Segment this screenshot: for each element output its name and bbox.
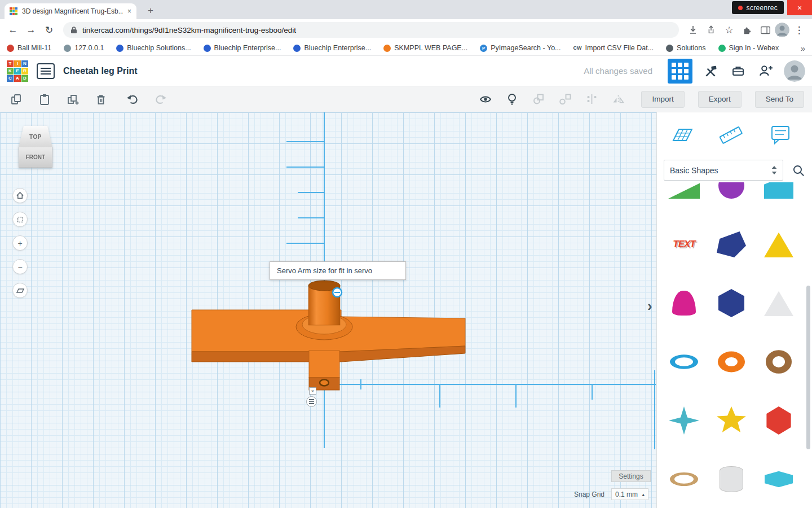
bookmark-item[interactable]: 127.0.0.1 <box>64 44 104 52</box>
new-tab-button[interactable]: + <box>143 3 158 18</box>
view-grid-button[interactable] <box>668 59 692 84</box>
shape-half-wedge[interactable] <box>755 182 802 204</box>
ruler-tick <box>592 384 593 400</box>
shape-thumb-hex-prism <box>718 289 744 317</box>
extensions-puzzle-icon[interactable] <box>739 21 756 38</box>
tinkercad-header: TINKERCAD Cheetah leg Print All changes … <box>0 56 812 86</box>
logo-tile: T <box>7 60 14 67</box>
install-icon[interactable] <box>685 21 701 38</box>
settings-button[interactable]: Settings <box>611 470 651 482</box>
view-cube-front-face[interactable]: FRONT <box>19 147 52 168</box>
view-cube[interactable]: TOP FRONT <box>19 126 52 168</box>
invite-user-icon[interactable] <box>756 62 775 81</box>
panel-scrollbar[interactable] <box>806 286 810 449</box>
shape-cylinder[interactable] <box>708 461 755 497</box>
design-title[interactable]: Cheetah leg Print <box>63 66 138 76</box>
shape-cone[interactable] <box>755 285 802 321</box>
home-view-button[interactable] <box>12 188 28 203</box>
shape-hexagon[interactable] <box>755 461 802 497</box>
briefcase-icon[interactable] <box>729 62 748 81</box>
shape-thumb-sphere <box>718 182 744 199</box>
browser-tab[interactable]: 3D design Magnificent Trug-Esb... × <box>5 3 136 19</box>
align-icon[interactable] <box>583 91 600 108</box>
shape-sphere[interactable] <box>708 182 755 204</box>
notes-button[interactable] <box>765 120 796 150</box>
zoom-out-button[interactable]: − <box>12 259 28 274</box>
bookmark-item[interactable]: Bluechip Solutions... <box>116 44 191 52</box>
search-icon[interactable] <box>789 161 808 180</box>
scale-handle[interactable] <box>333 288 342 297</box>
side-panel-icon[interactable] <box>757 21 774 38</box>
design-properties-icon[interactable] <box>37 63 55 79</box>
tab-close-icon[interactable]: × <box>127 7 131 15</box>
bookmark-item[interactable]: Bluechip Enterprise... <box>293 44 371 52</box>
browser-menu-icon[interactable]: ⋮ <box>791 21 807 38</box>
ruler-menu-icon[interactable] <box>306 396 317 407</box>
shape-scroll-area[interactable]: TEXT <box>657 182 805 508</box>
zoom-in-button[interactable]: + <box>12 235 28 251</box>
address-bar[interactable]: tinkercad.com/things/9dI1neS32km-magnifi… <box>63 22 679 38</box>
bookmark-item[interactable]: Solutions <box>666 44 705 52</box>
redo-icon[interactable] <box>152 91 169 108</box>
screenrec-close-button[interactable]: × <box>787 0 812 15</box>
copy-icon[interactable] <box>8 91 25 108</box>
group-icon[interactable] <box>530 91 547 108</box>
tools-icon[interactable] <box>701 62 720 81</box>
duplicate-icon[interactable] <box>64 91 81 108</box>
forward-icon[interactable]: → <box>23 21 39 38</box>
delete-icon[interactable] <box>92 91 109 108</box>
shape-paraboloid[interactable] <box>660 285 708 321</box>
shape-torus[interactable] <box>708 344 755 380</box>
snap-grid-select[interactable]: 0.1 mm ▴ <box>611 488 648 500</box>
shape-grid: TEXT <box>657 182 805 508</box>
shape-polygon[interactable] <box>708 226 755 262</box>
shape-hex-prism[interactable] <box>708 285 755 321</box>
bookmark-item[interactable]: PPyImageSearch - Yo... <box>480 44 561 52</box>
shape-text[interactable]: TEXT <box>660 226 708 262</box>
favicon-tile <box>10 7 12 10</box>
paste-icon[interactable] <box>36 91 53 108</box>
send-to-button[interactable]: Send To <box>755 91 804 108</box>
bookmark-star-icon[interactable]: ☆ <box>721 21 738 38</box>
bookmark-label: Sign In - Webex <box>729 44 779 52</box>
ruler-button[interactable] <box>715 120 747 150</box>
mirror-icon[interactable] <box>610 91 626 108</box>
shape-ring[interactable] <box>660 461 708 497</box>
lightbulb-icon[interactable] <box>504 91 520 108</box>
browser-profile-avatar[interactable] <box>775 23 789 37</box>
shape-pyramid[interactable] <box>755 226 802 262</box>
show-all-eye-icon[interactable] <box>477 91 494 108</box>
shape-star-4[interactable] <box>660 402 708 439</box>
account-avatar[interactable] <box>784 60 805 82</box>
shape-star-5[interactable] <box>708 402 755 439</box>
bookmark-item[interactable]: SKMPPL WEB PAGE... <box>383 44 467 52</box>
shape-category-select[interactable]: Basic Shapes <box>664 160 783 181</box>
share-icon[interactable] <box>703 21 720 38</box>
bookmark-item[interactable]: CWImport CSV File Dat... <box>573 44 654 52</box>
design-canvas[interactable]: TOP FRONT + − <box>0 112 656 508</box>
tinkercad-logo[interactable]: TINKERCAD <box>7 60 28 82</box>
undo-icon[interactable] <box>124 91 141 108</box>
fit-view-button[interactable] <box>12 212 28 227</box>
shape-thumb-star-5 <box>716 406 747 435</box>
shape-wedge[interactable] <box>660 182 708 204</box>
import-button[interactable]: Import <box>641 91 684 108</box>
ungroup-icon[interactable] <box>557 91 573 108</box>
workplane-button[interactable] <box>666 120 698 150</box>
bookmark-item[interactable]: Ball Mill-11 <box>7 44 51 52</box>
shape-icosahedron[interactable] <box>755 402 802 439</box>
bookmark-item[interactable]: Bluechip Enterprise... <box>204 44 281 52</box>
bookmark-item[interactable]: Sign In - Webex <box>718 44 779 52</box>
bookmarks-overflow-icon[interactable]: » <box>801 43 805 53</box>
ruler-close-icon[interactable]: × <box>309 387 316 395</box>
back-icon[interactable]: ← <box>5 21 21 38</box>
view-cube-top-face[interactable]: TOP <box>19 126 52 147</box>
reload-icon[interactable]: ↻ <box>41 21 58 38</box>
collapse-panel-button[interactable]: › <box>647 297 652 315</box>
export-button[interactable]: Export <box>698 91 742 108</box>
model-servo-arm[interactable] <box>183 271 476 407</box>
shape-torus-thin[interactable] <box>660 344 708 380</box>
shape-tube[interactable] <box>755 344 802 380</box>
perspective-toggle-button[interactable] <box>12 283 28 298</box>
shape-thumb-half-wedge <box>764 182 793 199</box>
